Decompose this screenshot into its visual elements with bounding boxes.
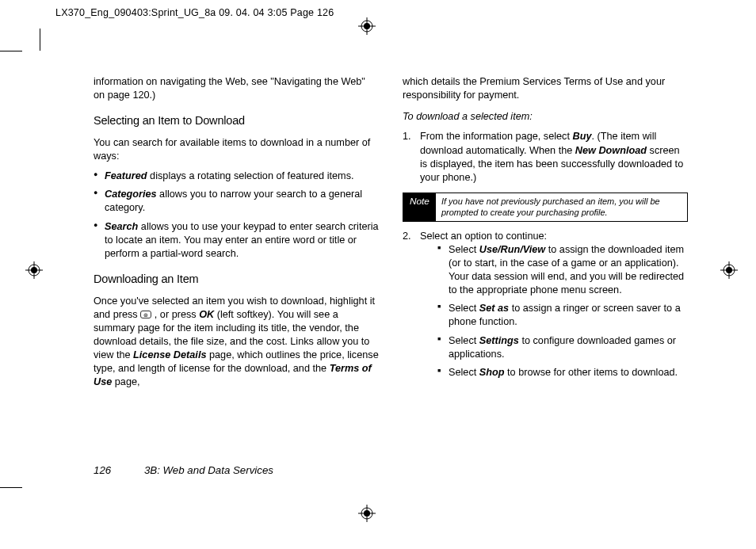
- text: page,: [112, 376, 139, 387]
- text: Select: [449, 367, 479, 378]
- numbered-list: 1. From the information page, select Buy…: [403, 130, 688, 185]
- list-item: 2. Select an option to continue: Select …: [403, 230, 688, 379]
- text: Select: [449, 303, 479, 314]
- lead-in: To download a selected item:: [403, 110, 688, 124]
- registration-mark-icon: [25, 261, 43, 279]
- bullet-list: Featured displays a rotating selection o…: [94, 170, 379, 261]
- term-categories: Categories: [105, 189, 157, 200]
- term-settings: Settings: [479, 335, 519, 346]
- column-right: which details the Premium Services Terms…: [403, 75, 688, 390]
- text: Select: [449, 335, 479, 346]
- term-ok: OK: [199, 309, 214, 320]
- term-buy: Buy: [573, 131, 592, 142]
- crop-mark: [0, 51, 22, 51]
- text: to browse for other items to download.: [505, 367, 678, 378]
- list-item: Select Use/Run/View to assign the downlo…: [437, 243, 688, 298]
- section-title: 3B: Web and Data Services: [144, 464, 273, 476]
- list-item: Select Settings to configure downloaded …: [437, 334, 688, 361]
- term-new-download: New Download: [575, 145, 647, 156]
- list-item: Select Set as to assign a ringer or scre…: [437, 302, 688, 329]
- list-item: Categories allows you to narrow your sea…: [94, 188, 379, 215]
- page-body: information on navigating the Web, see "…: [94, 75, 688, 390]
- list-item: Select Shop to browse for other items to…: [437, 366, 688, 379]
- term-license-details: License Details: [133, 349, 206, 360]
- note-label: Note: [403, 193, 436, 221]
- text: displays a rotating selection of feature…: [147, 170, 354, 181]
- page-number: 126: [94, 464, 111, 476]
- continuation-text: which details the Premium Services Terms…: [403, 75, 688, 102]
- numbered-list: 2. Select an option to continue: Select …: [403, 230, 688, 379]
- registration-mark-icon: [720, 261, 738, 279]
- registration-mark-icon: [358, 505, 376, 522]
- list-item: Featured displays a rotating selection o…: [94, 170, 379, 183]
- term-search: Search: [105, 221, 138, 232]
- term-featured: Featured: [105, 170, 147, 181]
- step-number: 1.: [403, 130, 411, 143]
- step-number: 2.: [403, 230, 411, 243]
- heading-selecting: Selecting an Item to Download: [94, 113, 379, 129]
- term-use-run-view: Use/Run/View: [479, 244, 545, 255]
- sub-list: Select Use/Run/View to assign the downlo…: [437, 243, 688, 379]
- crop-mark: [40, 29, 40, 51]
- list-item: Search allows you to use your keypad to …: [94, 220, 379, 261]
- paragraph: Once you've selected an item you wish to…: [94, 295, 379, 390]
- crop-mark: [0, 487, 22, 488]
- note-box: Note If you have not previously purchase…: [403, 193, 688, 222]
- list-item: 1. From the information page, select Buy…: [403, 130, 688, 185]
- paragraph: You can search for available items to do…: [94, 136, 379, 163]
- heading-downloading: Downloading an Item: [94, 272, 379, 288]
- term-set-as: Set as: [479, 303, 509, 314]
- term-shop: Shop: [479, 367, 505, 378]
- page-footer: 126 3B: Web and Data Services: [94, 464, 273, 476]
- registration-mark-icon: [358, 17, 376, 35]
- column-left: information on navigating the Web, see "…: [94, 75, 379, 390]
- ok-key-icon: ⊛: [140, 311, 151, 318]
- note-text: If you have not previously purchased an …: [436, 193, 687, 221]
- text: , or press: [151, 309, 199, 320]
- text: Select: [449, 244, 479, 255]
- text: From the information page, select: [420, 131, 573, 142]
- print-header: LX370_Eng_090403:Sprint_UG_8a 09. 04. 04…: [55, 7, 334, 18]
- text: allows you to use your keypad to enter s…: [105, 221, 379, 259]
- continuation-text: information on navigating the Web, see "…: [94, 75, 379, 102]
- text: Select an option to continue:: [420, 231, 547, 242]
